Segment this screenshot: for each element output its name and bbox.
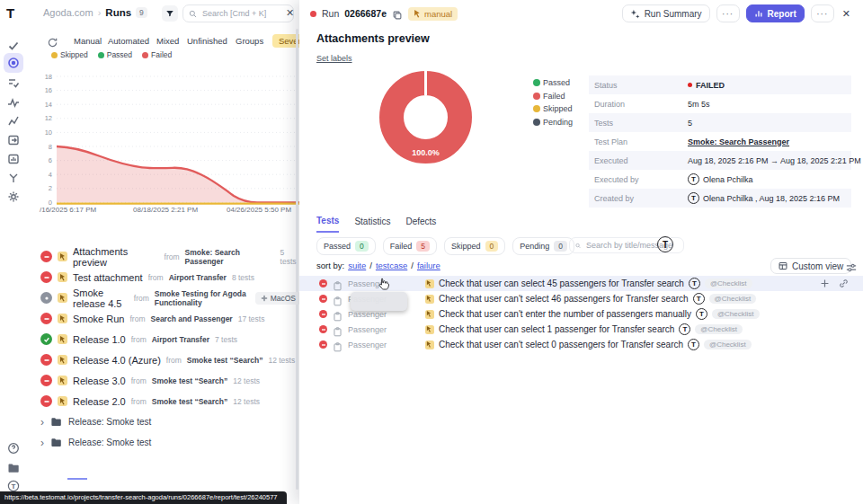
runs-count-badge: 9 <box>136 7 147 18</box>
analytics-nav-icon[interactable] <box>7 115 20 128</box>
set-labels-link[interactable]: Set labels <box>316 54 352 63</box>
search-icon <box>575 242 581 250</box>
settings-gear-icon[interactable] <box>7 190 20 203</box>
export-nav-icon[interactable] <box>7 134 20 146</box>
folder-icon <box>50 416 62 428</box>
link-icon[interactable] <box>839 279 849 288</box>
chevron-right-icon[interactable]: › <box>40 416 44 429</box>
clear-search-icon[interactable]: ✕ <box>286 7 294 19</box>
svg-text:6: 6 <box>49 156 52 164</box>
trend-legend: Skipped Passed Failed <box>51 50 172 59</box>
status-badge: FAILED <box>688 81 725 90</box>
sort-by-failure[interactable]: failure <box>417 261 440 270</box>
chip-passed[interactable]: Passed0 <box>316 237 376 255</box>
copy-icon[interactable] <box>392 8 403 19</box>
tab-tests[interactable]: Tests <box>316 216 339 233</box>
run-row[interactable]: Release 3.0 from Smoke test “Search” 12 … <box>40 370 301 391</box>
checklist-tag: @Checklist <box>705 279 752 288</box>
finished-status-icon <box>40 292 52 304</box>
search-icon <box>189 10 197 18</box>
info-row-executed: Executed Aug 18, 2025 2:16 PM → Aug 18, … <box>589 151 851 170</box>
run-summary-button[interactable]: Run Summary <box>622 4 710 22</box>
global-search[interactable] <box>182 4 294 22</box>
chip-skipped[interactable]: Skipped0 <box>444 237 505 255</box>
run-folder[interactable]: › Release: Smoke test <box>40 432 301 453</box>
pagination-indicator[interactable] <box>67 478 87 480</box>
branch-nav-icon[interactable] <box>7 172 20 184</box>
legend-item-skipped: Skipped <box>51 50 88 59</box>
help-icon[interactable] <box>7 442 20 455</box>
failed-dot-icon <box>533 93 540 100</box>
test-row[interactable]: Passenger Check that user can select 1 p… <box>299 322 863 337</box>
projects-folder-icon[interactable] <box>7 462 20 474</box>
manual-run-icon <box>58 396 67 406</box>
run-row[interactable]: Test attachment from Airport Transfer 8 … <box>40 267 301 287</box>
chevron-right-icon[interactable]: › <box>40 437 44 449</box>
user-avatar-icon[interactable]: T <box>7 480 20 492</box>
assignee-avatar: T <box>689 278 700 289</box>
run-row[interactable]: Release 2.0 from Smoke test “Search” 12 … <box>40 391 301 411</box>
app-logo[interactable]: T <box>6 5 14 21</box>
tab-statistics[interactable]: Statistics <box>354 217 390 232</box>
report-button[interactable]: Report <box>746 4 805 22</box>
manual-run-icon <box>58 376 67 385</box>
tab-defects[interactable]: Defects <box>405 217 436 232</box>
svg-text:T: T <box>12 482 16 491</box>
breadcrumb-section[interactable]: Runs <box>105 7 131 18</box>
run-row[interactable]: Attachments preview from Smoke: Search P… <box>40 246 301 267</box>
passed-dot-icon <box>533 79 540 86</box>
run-row[interactable]: Smoke release 4.5 from Smoke Testing for… <box>40 287 301 308</box>
failed-status-icon <box>319 295 327 303</box>
breadcrumb-project[interactable]: Agoda.com <box>43 7 93 18</box>
info-row-test-plan: Test Plan Smoke: Search Passenger <box>589 132 851 151</box>
drawer-tabs: Tests Statistics Defects <box>316 216 436 233</box>
failed-status-icon <box>40 354 52 366</box>
global-search-input[interactable] <box>200 8 276 19</box>
failed-dot-icon <box>688 83 692 87</box>
add-icon[interactable] <box>820 279 830 288</box>
sort-by-testcase[interactable]: testcase <box>376 261 407 270</box>
pulse-nav-icon[interactable] <box>7 96 20 109</box>
custom-view-button[interactable]: Custom view <box>770 258 851 274</box>
checklist-tag: @Checklist <box>695 324 743 334</box>
run-info-table: Status FAILED Duration 5m 5s Tests 5 Tes… <box>589 75 851 208</box>
report-nav-icon[interactable] <box>7 153 20 165</box>
refresh-icon[interactable] <box>47 36 58 48</box>
failed-status-icon <box>40 395 52 407</box>
assignee-filter-avatar[interactable]: T <box>657 236 673 252</box>
passed-status-icon <box>40 333 52 345</box>
assignee-avatar: T <box>679 323 690 335</box>
tab-unfinished[interactable]: Unfinished <box>187 36 227 46</box>
run-row[interactable]: Release 1.0 from Airport Transfer 7 test… <box>40 329 301 349</box>
filter-button[interactable] <box>162 5 178 22</box>
runs-nav-icon[interactable] <box>7 57 20 69</box>
manual-run-icon <box>58 272 67 282</box>
test-plans-nav-icon[interactable] <box>7 76 20 89</box>
svg-text:/16/2025 6:17 PM: /16/2025 6:17 PM <box>40 206 96 214</box>
sort-by-suite[interactable]: suite <box>348 261 366 270</box>
checkmark-nav-icon[interactable] <box>7 40 20 52</box>
close-drawer-icon[interactable]: ✕ <box>841 8 852 20</box>
test-plan-link[interactable]: Smoke: Search Passenger <box>688 137 789 146</box>
failed-status-icon <box>319 325 327 333</box>
drawer-header: Run 0266687e manual Run Summary ··· Repo… <box>299 0 863 27</box>
run-row[interactable]: Smoke Run from Search and Passenger 17 t… <box>40 308 301 329</box>
run-row[interactable]: Release 4.0 (Azure) from Smoke test “Sea… <box>40 349 301 370</box>
tab-groups[interactable]: Groups <box>236 36 263 46</box>
manual-test-icon <box>425 325 434 334</box>
more-actions-button[interactable]: ··· <box>716 4 740 22</box>
chip-pending[interactable]: Pending0 <box>512 237 574 255</box>
svg-text:08/18/2025 2:21 PM: 08/18/2025 2:21 PM <box>133 206 198 214</box>
overflow-menu-button[interactable]: ··· <box>811 4 834 22</box>
manual-test-icon <box>425 279 434 288</box>
tab-manual[interactable]: Manual <box>74 36 102 46</box>
chip-failed[interactable]: Failed5 <box>383 237 437 255</box>
tab-mixed[interactable]: Mixed <box>156 36 179 46</box>
test-row[interactable]: Passenger Check that user can't select 0… <box>299 337 863 352</box>
clipboard-icon <box>333 294 343 304</box>
view-settings-icon[interactable] <box>846 261 857 271</box>
legend-item-passed: Passed <box>98 50 132 59</box>
run-folder[interactable]: › Release: Smoke test <box>40 411 301 432</box>
tab-automated[interactable]: Automated <box>108 36 149 46</box>
skipped-dot-icon <box>51 52 58 58</box>
